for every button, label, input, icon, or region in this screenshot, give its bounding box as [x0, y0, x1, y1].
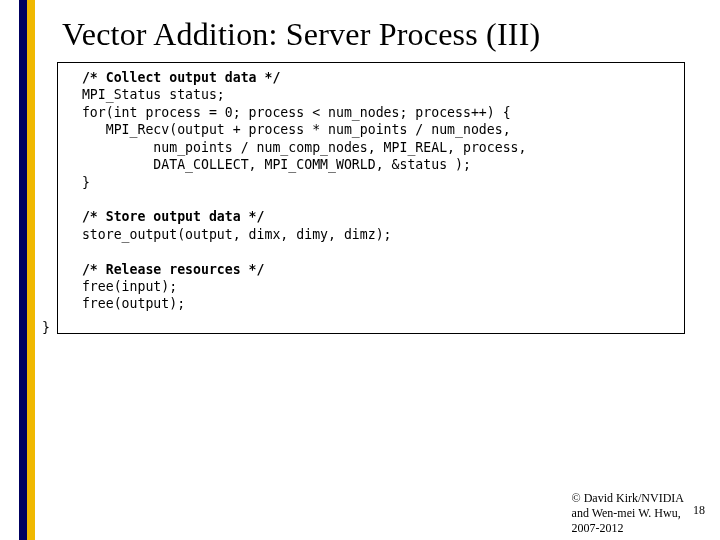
code-line: free(input); — [66, 279, 177, 294]
slide: Vector Addition: Server Process (III) /*… — [0, 0, 720, 540]
footer-line-3: 2007-2012 — [572, 521, 684, 536]
code-line: store_output(output, dimx, dimy, dimz); — [66, 227, 392, 242]
code-closing-brace: } — [42, 320, 50, 335]
code-line: MPI_Status status; — [66, 87, 225, 102]
footer-line-1: © David Kirk/NVIDIA — [572, 491, 684, 506]
footer-credits: © David Kirk/NVIDIA and Wen-mei W. Hwu, … — [572, 491, 684, 536]
stripe-yellow — [27, 0, 35, 540]
code-line: free(output); — [66, 296, 185, 311]
code-line: for(int process = 0; process < num_nodes… — [66, 105, 511, 120]
footer-line-2: and Wen-mei W. Hwu, — [572, 506, 684, 521]
left-stripe-decoration — [19, 0, 35, 540]
code-comment-release: /* Release resources */ — [66, 262, 265, 277]
code-line: num_points / num_comp_nodes, MPI_REAL, p… — [66, 140, 527, 155]
code-line: } — [66, 175, 90, 190]
code-comment-store: /* Store output data */ — [66, 209, 265, 224]
page-number: 18 — [693, 503, 705, 518]
code-box: /* Collect output data */ MPI_Status sta… — [57, 62, 685, 334]
slide-title: Vector Addition: Server Process (III) — [62, 16, 540, 53]
code-listing: /* Collect output data */ MPI_Status sta… — [66, 69, 676, 313]
code-comment-collect: /* Collect output data */ — [66, 70, 280, 85]
code-line: MPI_Recv(output + process * num_points /… — [66, 122, 511, 137]
stripe-navy — [19, 0, 27, 540]
code-line: DATA_COLLECT, MPI_COMM_WORLD, &status ); — [66, 157, 471, 172]
